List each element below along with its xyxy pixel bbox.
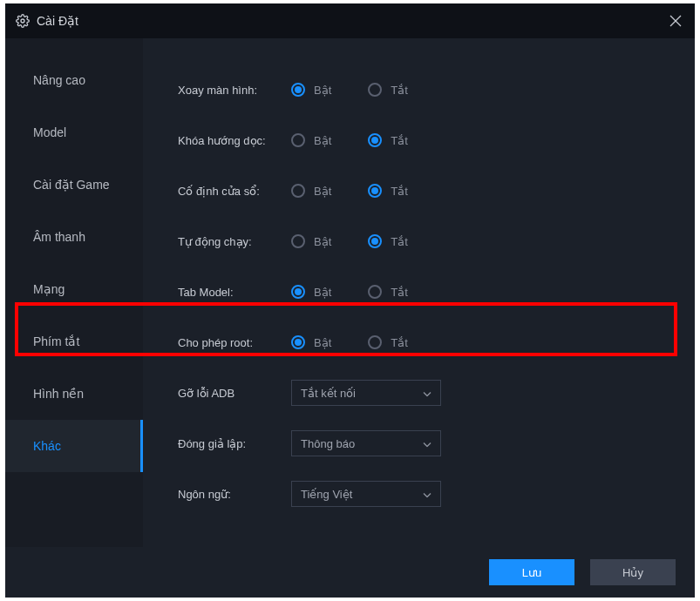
setting-row: Ngôn ngữ:Tiếng Việt — [178, 469, 695, 519]
radio-group: BậtTắt — [291, 234, 408, 248]
setting-label: Tab Model: — [178, 286, 291, 299]
radio-icon — [291, 234, 305, 248]
sidebar-item-label: Mạng — [33, 282, 65, 296]
setting-label: Tự động chạy: — [178, 235, 291, 248]
radio-label: Tắt — [391, 134, 408, 147]
settings-window: Cài Đặt Nâng caoModelCài đặt GameÂm than… — [5, 3, 695, 598]
dropdown[interactable]: Tiếng Việt — [291, 481, 441, 507]
chevron-down-icon — [423, 437, 432, 450]
sidebar-item-label: Cài đặt Game — [33, 178, 110, 192]
radio-group: BậtTắt — [291, 184, 408, 198]
radio-label: Bật — [314, 185, 331, 198]
radio-icon — [368, 83, 382, 97]
radio-icon — [368, 184, 382, 198]
sidebar-item[interactable]: Âm thanh — [5, 211, 143, 263]
sidebar-item[interactable]: Cài đặt Game — [5, 159, 143, 211]
dropdown-value: Thông báo — [301, 437, 355, 450]
sidebar-item-label: Model — [33, 125, 66, 139]
sidebar-item[interactable]: Khác — [5, 420, 143, 472]
chevron-down-icon — [423, 387, 432, 400]
radio-group: BậtTắt — [291, 83, 408, 97]
chevron-down-icon — [423, 488, 432, 501]
dropdown[interactable]: Thông báo — [291, 430, 441, 456]
sidebar-item[interactable]: Phím tắt — [5, 315, 143, 368]
radio-label: Bật — [314, 84, 331, 97]
radio-label: Tắt — [391, 235, 408, 248]
radio-label: Bật — [314, 235, 331, 248]
radio-icon — [291, 335, 305, 349]
radio-icon — [368, 234, 382, 248]
gear-icon — [16, 14, 30, 28]
cancel-button[interactable]: Hủy — [590, 559, 676, 585]
window-body: Nâng caoModelCài đặt GameÂm thanhMạngPhí… — [5, 38, 695, 547]
radio-option-off[interactable]: Tắt — [368, 83, 408, 97]
radio-option-off[interactable]: Tắt — [368, 335, 408, 349]
sidebar-item-label: Khác — [33, 439, 61, 453]
radio-icon — [291, 83, 305, 97]
radio-label: Bật — [314, 286, 331, 299]
setting-row: Cố định cửa sổ:BậtTắt — [178, 165, 695, 216]
sidebar-item-label: Âm thanh — [33, 230, 85, 244]
sidebar-item[interactable]: Model — [5, 106, 143, 159]
radio-icon — [368, 335, 382, 349]
radio-group: BậtTắt — [291, 335, 408, 349]
setting-row: Khóa hướng dọc:BậtTắt — [178, 115, 695, 165]
radio-option-on[interactable]: Bật — [291, 335, 331, 349]
svg-point-0 — [21, 19, 24, 23]
radio-option-on[interactable]: Bật — [291, 285, 331, 299]
radio-icon — [291, 184, 305, 198]
radio-label: Bật — [314, 336, 331, 349]
setting-label: Cho phép root: — [178, 336, 291, 349]
setting-label: Ngôn ngữ: — [178, 488, 291, 501]
footer: Lưu Hủy — [5, 547, 695, 598]
radio-label: Tắt — [391, 84, 408, 97]
radio-group: BậtTắt — [291, 285, 408, 299]
sidebar-item-label: Phím tắt — [33, 334, 79, 348]
titlebar: Cài Đặt — [5, 3, 695, 38]
radio-option-off[interactable]: Tắt — [368, 184, 408, 198]
sidebar-item[interactable]: Nâng cao — [5, 54, 143, 106]
sidebar-item-label: Nâng cao — [33, 73, 85, 87]
radio-label: Tắt — [391, 286, 408, 299]
dropdown-value: Tiếng Việt — [301, 488, 352, 501]
setting-label: Đóng giả lập: — [178, 437, 291, 450]
close-button[interactable] — [665, 10, 686, 31]
radio-label: Bật — [314, 134, 331, 147]
save-button[interactable]: Lưu — [489, 559, 574, 585]
sidebar-item[interactable]: Hình nền — [5, 368, 143, 420]
content-panel: Xoay màn hình:BậtTắtKhóa hướng dọc:BậtTắ… — [143, 38, 695, 547]
sidebar-item[interactable]: Mạng — [5, 263, 143, 315]
radio-icon — [291, 133, 305, 147]
dropdown[interactable]: Tắt kết nối — [291, 380, 441, 406]
radio-option-off[interactable]: Tắt — [368, 234, 408, 248]
dropdown-value: Tắt kết nối — [301, 387, 356, 400]
radio-option-on[interactable]: Bật — [291, 184, 331, 198]
radio-label: Tắt — [391, 185, 408, 198]
setting-row: Cho phép root:BậtTắt — [178, 317, 695, 368]
setting-label: Gỡ lỗi ADB — [178, 387, 291, 400]
radio-icon — [291, 285, 305, 299]
radio-label: Tắt — [391, 336, 408, 349]
radio-option-off[interactable]: Tắt — [368, 133, 408, 147]
radio-option-on[interactable]: Bật — [291, 133, 331, 147]
radio-icon — [368, 133, 382, 147]
setting-row: Tự động chạy:BậtTắt — [178, 216, 695, 267]
window-title: Cài Đặt — [37, 14, 78, 28]
setting-label: Cố định cửa sổ: — [178, 185, 291, 198]
radio-icon — [368, 285, 382, 299]
setting-label: Khóa hướng dọc: — [178, 134, 291, 147]
setting-row: Gỡ lỗi ADBTắt kết nối — [178, 368, 695, 418]
setting-row: Tab Model:BậtTắt — [178, 267, 695, 317]
radio-option-on[interactable]: Bật — [291, 83, 331, 97]
radio-group: BậtTắt — [291, 133, 408, 147]
radio-option-on[interactable]: Bật — [291, 234, 331, 248]
sidebar: Nâng caoModelCài đặt GameÂm thanhMạngPhí… — [5, 38, 143, 547]
radio-option-off[interactable]: Tắt — [368, 285, 408, 299]
sidebar-item-label: Hình nền — [33, 387, 84, 401]
setting-row: Đóng giả lập:Thông báo — [178, 418, 695, 469]
setting-label: Xoay màn hình: — [178, 84, 291, 97]
setting-row: Xoay màn hình:BậtTắt — [178, 64, 695, 115]
